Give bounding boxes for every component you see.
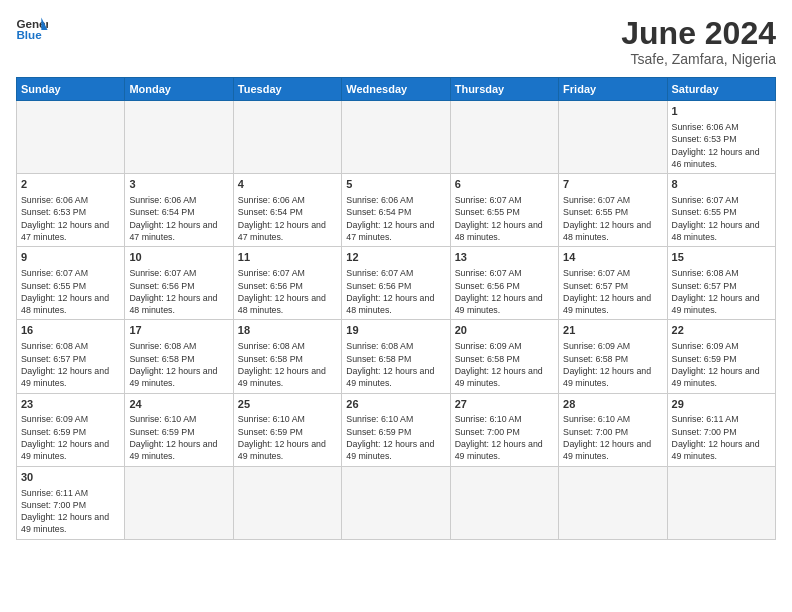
day-number: 23 — [21, 397, 120, 412]
calendar-cell — [667, 466, 775, 539]
calendar-cell: 7Sunrise: 6:07 AM Sunset: 6:55 PM Daylig… — [559, 174, 667, 247]
day-info: Sunrise: 6:09 AM Sunset: 6:59 PM Dayligh… — [21, 413, 120, 462]
day-info: Sunrise: 6:10 AM Sunset: 7:00 PM Dayligh… — [563, 413, 662, 462]
day-info: Sunrise: 6:11 AM Sunset: 7:00 PM Dayligh… — [21, 487, 120, 536]
month-title: June 2024 — [621, 16, 776, 51]
calendar-cell: 14Sunrise: 6:07 AM Sunset: 6:57 PM Dayli… — [559, 247, 667, 320]
calendar-cell: 16Sunrise: 6:08 AM Sunset: 6:57 PM Dayli… — [17, 320, 125, 393]
day-number: 19 — [346, 323, 445, 338]
day-number: 27 — [455, 397, 554, 412]
calendar-cell: 8Sunrise: 6:07 AM Sunset: 6:55 PM Daylig… — [667, 174, 775, 247]
day-number: 4 — [238, 177, 337, 192]
day-number: 21 — [563, 323, 662, 338]
logo-icon: General Blue — [16, 16, 48, 44]
title-area: June 2024 Tsafe, Zamfara, Nigeria — [621, 16, 776, 67]
weekday-header-row: SundayMondayTuesdayWednesdayThursdayFrid… — [17, 78, 776, 101]
week-row-4: 23Sunrise: 6:09 AM Sunset: 6:59 PM Dayli… — [17, 393, 776, 466]
week-row-2: 9Sunrise: 6:07 AM Sunset: 6:55 PM Daylig… — [17, 247, 776, 320]
calendar-cell: 22Sunrise: 6:09 AM Sunset: 6:59 PM Dayli… — [667, 320, 775, 393]
day-number: 22 — [672, 323, 771, 338]
day-info: Sunrise: 6:07 AM Sunset: 6:55 PM Dayligh… — [672, 194, 771, 243]
calendar-cell: 27Sunrise: 6:10 AM Sunset: 7:00 PM Dayli… — [450, 393, 558, 466]
calendar-cell: 20Sunrise: 6:09 AM Sunset: 6:58 PM Dayli… — [450, 320, 558, 393]
day-info: Sunrise: 6:10 AM Sunset: 6:59 PM Dayligh… — [346, 413, 445, 462]
weekday-header-sunday: Sunday — [17, 78, 125, 101]
day-number: 16 — [21, 323, 120, 338]
calendar-cell: 13Sunrise: 6:07 AM Sunset: 6:56 PM Dayli… — [450, 247, 558, 320]
weekday-header-monday: Monday — [125, 78, 233, 101]
day-number: 9 — [21, 250, 120, 265]
weekday-header-tuesday: Tuesday — [233, 78, 341, 101]
day-number: 8 — [672, 177, 771, 192]
calendar-cell — [233, 466, 341, 539]
day-info: Sunrise: 6:06 AM Sunset: 6:53 PM Dayligh… — [21, 194, 120, 243]
calendar-cell: 15Sunrise: 6:08 AM Sunset: 6:57 PM Dayli… — [667, 247, 775, 320]
page: General Blue June 2024 Tsafe, Zamfara, N… — [0, 0, 792, 548]
day-number: 13 — [455, 250, 554, 265]
calendar-cell: 17Sunrise: 6:08 AM Sunset: 6:58 PM Dayli… — [125, 320, 233, 393]
calendar-table: SundayMondayTuesdayWednesdayThursdayFrid… — [16, 77, 776, 540]
calendar-cell: 5Sunrise: 6:06 AM Sunset: 6:54 PM Daylig… — [342, 174, 450, 247]
day-number: 1 — [672, 104, 771, 119]
calendar-cell: 28Sunrise: 6:10 AM Sunset: 7:00 PM Dayli… — [559, 393, 667, 466]
calendar-cell: 23Sunrise: 6:09 AM Sunset: 6:59 PM Dayli… — [17, 393, 125, 466]
day-number: 15 — [672, 250, 771, 265]
day-info: Sunrise: 6:06 AM Sunset: 6:54 PM Dayligh… — [238, 194, 337, 243]
day-info: Sunrise: 6:08 AM Sunset: 6:58 PM Dayligh… — [129, 340, 228, 389]
day-number: 10 — [129, 250, 228, 265]
day-number: 3 — [129, 177, 228, 192]
calendar-cell — [17, 101, 125, 174]
week-row-0: 1Sunrise: 6:06 AM Sunset: 6:53 PM Daylig… — [17, 101, 776, 174]
day-info: Sunrise: 6:07 AM Sunset: 6:56 PM Dayligh… — [129, 267, 228, 316]
calendar-cell — [125, 101, 233, 174]
header: General Blue June 2024 Tsafe, Zamfara, N… — [16, 16, 776, 67]
week-row-3: 16Sunrise: 6:08 AM Sunset: 6:57 PM Dayli… — [17, 320, 776, 393]
calendar-cell: 4Sunrise: 6:06 AM Sunset: 6:54 PM Daylig… — [233, 174, 341, 247]
calendar-cell: 21Sunrise: 6:09 AM Sunset: 6:58 PM Dayli… — [559, 320, 667, 393]
day-number: 12 — [346, 250, 445, 265]
day-number: 5 — [346, 177, 445, 192]
day-number: 14 — [563, 250, 662, 265]
location: Tsafe, Zamfara, Nigeria — [621, 51, 776, 67]
day-info: Sunrise: 6:07 AM Sunset: 6:56 PM Dayligh… — [238, 267, 337, 316]
calendar-cell: 10Sunrise: 6:07 AM Sunset: 6:56 PM Dayli… — [125, 247, 233, 320]
week-row-1: 2Sunrise: 6:06 AM Sunset: 6:53 PM Daylig… — [17, 174, 776, 247]
calendar-cell: 12Sunrise: 6:07 AM Sunset: 6:56 PM Dayli… — [342, 247, 450, 320]
day-number: 2 — [21, 177, 120, 192]
calendar-cell: 19Sunrise: 6:08 AM Sunset: 6:58 PM Dayli… — [342, 320, 450, 393]
day-info: Sunrise: 6:10 AM Sunset: 6:59 PM Dayligh… — [129, 413, 228, 462]
day-number: 11 — [238, 250, 337, 265]
day-info: Sunrise: 6:06 AM Sunset: 6:53 PM Dayligh… — [672, 121, 771, 170]
day-info: Sunrise: 6:10 AM Sunset: 7:00 PM Dayligh… — [455, 413, 554, 462]
calendar-cell — [233, 101, 341, 174]
calendar-cell: 6Sunrise: 6:07 AM Sunset: 6:55 PM Daylig… — [450, 174, 558, 247]
day-info: Sunrise: 6:07 AM Sunset: 6:56 PM Dayligh… — [346, 267, 445, 316]
day-info: Sunrise: 6:10 AM Sunset: 6:59 PM Dayligh… — [238, 413, 337, 462]
day-info: Sunrise: 6:08 AM Sunset: 6:58 PM Dayligh… — [238, 340, 337, 389]
day-info: Sunrise: 6:07 AM Sunset: 6:55 PM Dayligh… — [455, 194, 554, 243]
week-row-5: 30Sunrise: 6:11 AM Sunset: 7:00 PM Dayli… — [17, 466, 776, 539]
calendar-cell — [450, 466, 558, 539]
day-info: Sunrise: 6:08 AM Sunset: 6:57 PM Dayligh… — [21, 340, 120, 389]
calendar-cell: 25Sunrise: 6:10 AM Sunset: 6:59 PM Dayli… — [233, 393, 341, 466]
day-number: 24 — [129, 397, 228, 412]
svg-text:Blue: Blue — [16, 28, 42, 41]
day-info: Sunrise: 6:07 AM Sunset: 6:56 PM Dayligh… — [455, 267, 554, 316]
day-info: Sunrise: 6:08 AM Sunset: 6:58 PM Dayligh… — [346, 340, 445, 389]
day-info: Sunrise: 6:06 AM Sunset: 6:54 PM Dayligh… — [346, 194, 445, 243]
calendar-cell — [450, 101, 558, 174]
calendar-cell: 3Sunrise: 6:06 AM Sunset: 6:54 PM Daylig… — [125, 174, 233, 247]
calendar-cell: 11Sunrise: 6:07 AM Sunset: 6:56 PM Dayli… — [233, 247, 341, 320]
calendar-cell: 29Sunrise: 6:11 AM Sunset: 7:00 PM Dayli… — [667, 393, 775, 466]
day-info: Sunrise: 6:09 AM Sunset: 6:58 PM Dayligh… — [455, 340, 554, 389]
day-number: 20 — [455, 323, 554, 338]
day-number: 30 — [21, 470, 120, 485]
calendar-cell: 24Sunrise: 6:10 AM Sunset: 6:59 PM Dayli… — [125, 393, 233, 466]
day-info: Sunrise: 6:07 AM Sunset: 6:55 PM Dayligh… — [563, 194, 662, 243]
day-info: Sunrise: 6:07 AM Sunset: 6:57 PM Dayligh… — [563, 267, 662, 316]
day-info: Sunrise: 6:09 AM Sunset: 6:59 PM Dayligh… — [672, 340, 771, 389]
day-number: 29 — [672, 397, 771, 412]
calendar-cell — [342, 466, 450, 539]
weekday-header-saturday: Saturday — [667, 78, 775, 101]
calendar-cell: 1Sunrise: 6:06 AM Sunset: 6:53 PM Daylig… — [667, 101, 775, 174]
